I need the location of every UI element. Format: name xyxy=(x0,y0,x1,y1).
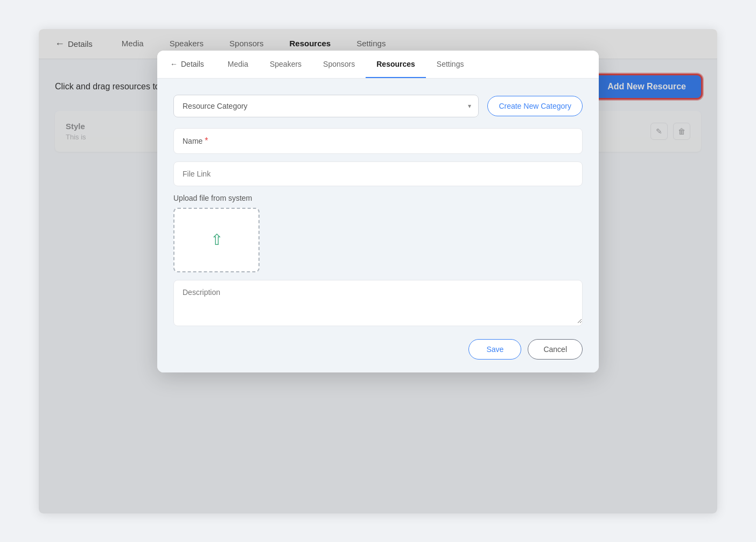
modal-nav: ← Details Media Speakers Sponsors Resour… xyxy=(157,51,599,79)
modal-tab-sponsors[interactable]: Sponsors xyxy=(312,51,366,78)
modal-back-button[interactable]: ← Details xyxy=(170,60,204,68)
modal-footer: Save Cancel xyxy=(173,337,583,360)
outer-page: ← Details Media Speakers Sponsors Resour… xyxy=(39,29,717,513)
file-link-field xyxy=(173,161,583,186)
name-field: Name * xyxy=(173,128,583,154)
create-new-category-button[interactable]: Create New Category xyxy=(487,96,583,116)
description-field xyxy=(173,280,583,326)
save-button[interactable]: Save xyxy=(468,339,521,360)
modal-body: Resource Category ▾ Create New Category … xyxy=(157,79,599,372)
modal-overlay: ← Details Media Speakers Sponsors Resour… xyxy=(39,29,717,513)
name-label: Name xyxy=(183,137,202,145)
file-link-input[interactable] xyxy=(183,170,573,178)
main-content: Click and drag resources to manage their… xyxy=(39,59,717,513)
name-input[interactable] xyxy=(208,137,573,145)
modal-tab-speakers[interactable]: Speakers xyxy=(259,51,312,78)
modal-nav-tabs: Media Speakers Sponsors Resources Settin… xyxy=(217,51,475,78)
upload-label: Upload file from system xyxy=(173,194,583,202)
cancel-button[interactable]: Cancel xyxy=(528,339,583,360)
description-input[interactable] xyxy=(174,280,582,323)
resource-category-select[interactable]: Resource Category xyxy=(173,95,479,117)
upload-section: Upload file from system ⇧ xyxy=(173,194,583,272)
modal-back-label: Details xyxy=(181,60,204,68)
category-select-wrapper: Resource Category ▾ xyxy=(173,95,479,117)
modal-tab-media[interactable]: Media xyxy=(217,51,259,78)
modal-tab-settings[interactable]: Settings xyxy=(426,51,475,78)
modal-tab-resources[interactable]: Resources xyxy=(366,51,426,78)
add-resource-modal: ← Details Media Speakers Sponsors Resour… xyxy=(157,51,599,372)
modal-back-arrow-icon: ← xyxy=(170,60,178,68)
upload-box[interactable]: ⇧ xyxy=(173,208,260,272)
upload-icon: ⇧ xyxy=(211,231,223,249)
category-row: Resource Category ▾ Create New Category xyxy=(173,95,583,117)
